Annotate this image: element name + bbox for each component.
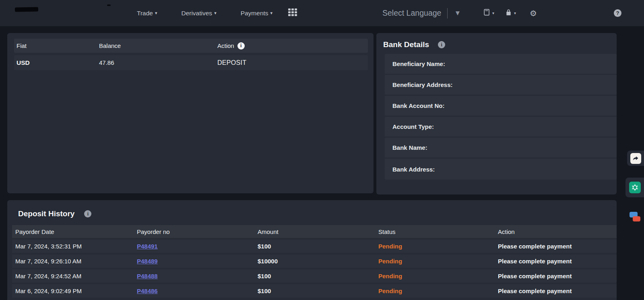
bank-detail-row: Bank Address: xyxy=(385,159,617,180)
deposit-history-header: Deposit History xyxy=(7,200,617,225)
status-badge: Pending xyxy=(378,273,402,279)
share-extension-button[interactable] xyxy=(627,151,644,166)
deposit-amount: $10000 xyxy=(258,258,278,265)
help-button[interactable] xyxy=(614,0,621,26)
triangle-down-icon[interactable] xyxy=(454,9,461,17)
nav-menu-item[interactable]: Payments xyxy=(241,10,272,17)
deposit-link[interactable]: DEPOSIT xyxy=(217,59,246,66)
payorder-date: Mar 7, 2024, 9:26:10 AM xyxy=(15,258,81,265)
bank-detail-label: Bank Name: xyxy=(392,144,427,151)
chat-bubble-icon xyxy=(633,216,640,221)
action-text: Please complete payment xyxy=(498,273,572,279)
bank-details-list: Beneficiary Name: Beneficiary Address: B… xyxy=(385,54,617,180)
payorder-number-link[interactable]: P48488 xyxy=(137,273,158,279)
chat-extension-button[interactable] xyxy=(626,208,644,227)
deposit-history-row: Mar 7, 2024, 9:26:10 AM P48489 $10000 Pe… xyxy=(12,254,617,268)
top-nav: Trade Derivatives Payments Select Langua… xyxy=(0,0,644,26)
bank-detail-row: Account Type: xyxy=(385,117,617,138)
bank-detail-label: Account Type: xyxy=(392,123,434,130)
nav-menu-label: Trade xyxy=(137,10,153,17)
orders-menu-button[interactable] xyxy=(483,0,494,26)
deposit-history-table-header: Payorder DatePayorder noAmountStatusActi… xyxy=(12,225,617,238)
bank-details-header: Bank Details xyxy=(376,33,617,54)
fiat-column-label: Fiat xyxy=(17,42,27,49)
nav-links: Trade Derivatives Payments xyxy=(137,0,272,26)
action-column-header: Action xyxy=(217,42,368,50)
chevron-down-icon xyxy=(492,11,494,15)
status-badge: Pending xyxy=(378,243,402,250)
chatgpt-extension-button[interactable] xyxy=(625,178,644,197)
payorder-number-link[interactable]: P48491 xyxy=(137,243,158,250)
settings-button[interactable] xyxy=(530,0,537,26)
fiat-table-header: Fiat Balance Action xyxy=(14,39,368,53)
gear-icon xyxy=(530,9,537,17)
action-text: Please complete payment xyxy=(498,288,572,294)
deposit-amount: $100 xyxy=(258,243,271,250)
column-header: Status xyxy=(378,228,498,235)
balance-column-label: Balance xyxy=(99,42,121,49)
separator xyxy=(447,8,448,19)
column-header: Payorder no xyxy=(137,228,258,235)
chevron-down-icon xyxy=(270,10,273,16)
column-header: Action xyxy=(498,228,617,235)
fiat-currency: USD xyxy=(17,59,30,66)
fiat-column-header: Fiat xyxy=(17,42,99,49)
column-header: Amount xyxy=(258,228,378,235)
apps-grid-icon[interactable] xyxy=(288,8,298,18)
status-badge: Pending xyxy=(378,288,402,294)
language-selector[interactable]: Select Language xyxy=(382,0,461,26)
nav-menu-item[interactable]: Trade xyxy=(137,10,157,17)
column-header: Payorder Date xyxy=(15,228,137,235)
fiat-balance-value: 47.86 xyxy=(99,59,114,66)
nav-menu-label: Derivatives xyxy=(181,10,212,17)
bank-detail-label: Bank Account No: xyxy=(392,102,444,109)
deposit-history-table-body: Mar 7, 2024, 3:52:31 PM P48491 $100 Pend… xyxy=(12,240,617,298)
nav-menu-item[interactable]: Derivatives xyxy=(181,10,216,17)
bank-detail-row: Bank Account No: xyxy=(385,96,617,117)
chatgpt-icon xyxy=(629,182,641,193)
payorder-number-link[interactable]: P48486 xyxy=(137,288,158,294)
info-icon[interactable] xyxy=(438,41,445,48)
bank-detail-row: Bank Name: xyxy=(385,138,617,159)
logo-mark xyxy=(107,4,111,6)
lock-icon xyxy=(505,8,512,18)
bank-detail-row: Beneficiary Name: xyxy=(385,54,617,75)
chevron-down-icon xyxy=(155,10,157,16)
action-text: Please complete payment xyxy=(498,243,572,250)
help-icon xyxy=(614,9,621,17)
payorder-date: Mar 7, 2024, 3:52:31 PM xyxy=(15,243,82,250)
bank-detail-label: Beneficiary Address: xyxy=(392,81,453,88)
info-icon[interactable] xyxy=(237,42,245,50)
bank-detail-row: Beneficiary Address: xyxy=(385,75,617,96)
bank-details-panel: Bank Details Beneficiary Name: Beneficia… xyxy=(376,33,617,194)
deposit-history-row: Mar 6, 2024, 9:02:49 PM P48486 $100 Pend… xyxy=(12,284,617,298)
action-column-label: Action xyxy=(217,42,234,49)
nav-menu-label: Payments xyxy=(241,10,268,17)
bank-detail-label: Beneficiary Name: xyxy=(392,60,445,67)
bank-details-title: Bank Details xyxy=(383,40,429,49)
bank-detail-label: Bank Address: xyxy=(392,166,435,173)
deposit-history-panel: Deposit History Payorder DatePayorder no… xyxy=(7,200,617,300)
fiat-table-body: USD 47.86 DEPOSIT xyxy=(7,55,374,70)
deposit-amount: $100 xyxy=(258,273,271,279)
fiat-balance-panel: Fiat Balance Action USD 47.86 DEPOSIT xyxy=(7,33,374,193)
deposit-history-row: Mar 7, 2024, 3:52:31 PM P48491 $100 Pend… xyxy=(12,240,617,253)
info-icon[interactable] xyxy=(84,210,91,217)
wallet-menu-button[interactable] xyxy=(505,0,516,26)
deposit-history-title: Deposit History xyxy=(18,209,74,218)
chevron-down-icon xyxy=(514,11,516,15)
status-badge: Pending xyxy=(378,258,402,265)
balance-column-header: Balance xyxy=(99,42,217,49)
deposit-history-row: Mar 7, 2024, 9:24:52 AM P48488 $100 Pend… xyxy=(12,269,617,283)
payorder-date: Mar 7, 2024, 9:24:52 AM xyxy=(15,273,81,279)
deposit-amount: $100 xyxy=(258,288,271,294)
logo[interactable] xyxy=(15,7,38,12)
language-selector-label: Select Language xyxy=(382,8,441,18)
action-text: Please complete payment xyxy=(498,258,572,265)
payorder-date: Mar 6, 2024, 9:02:49 PM xyxy=(15,288,82,294)
fiat-table-row: USD 47.86 DEPOSIT xyxy=(14,55,368,70)
share-arrow-icon xyxy=(630,153,641,164)
chevron-down-icon xyxy=(214,10,217,16)
payorder-number-link[interactable]: P48489 xyxy=(137,258,158,265)
book-icon xyxy=(483,8,491,18)
